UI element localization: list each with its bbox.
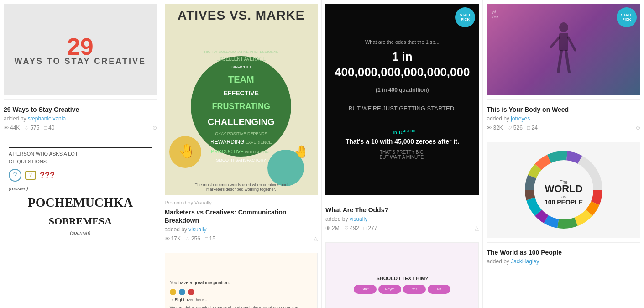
svg-point-0 bbox=[559, 22, 568, 32]
card-image-marketers[interactable]: ATIVES VS. MARKE HIGHLY COLLABORATIVE PR… bbox=[165, 4, 318, 195]
card-author-29ways[interactable]: stephanieivania bbox=[28, 115, 66, 122]
comment-icon-m: □ bbox=[205, 236, 208, 241]
views-count-o: 2M bbox=[332, 225, 340, 231]
comments-count-o: 277 bbox=[368, 225, 377, 231]
card-stats-marketers: 👁 17K ♡ 256 □ 15 △ bbox=[165, 235, 318, 242]
card-odds: STAFFPICK What are the odds that the 1 s… bbox=[325, 4, 479, 231]
card-author-marketers[interactable]: visually bbox=[188, 226, 206, 233]
card-author-weed[interactable]: jotreyes bbox=[511, 115, 530, 122]
card-meta-marketers: added by visually bbox=[165, 226, 318, 233]
views-count-w: 32K bbox=[493, 125, 503, 131]
card-procrastinator: You have a great imagination. → Right ov… bbox=[165, 253, 318, 308]
card-should-i-text: SHOULD I TEXT HIM? Start Maybe Yes No bbox=[325, 242, 479, 308]
staff-pick-badge-weed: STAFFPICK bbox=[617, 7, 637, 27]
eye-icon-w: 👁 bbox=[487, 125, 492, 131]
card-stats-weed: 👁 32K ♡ 526 □ 24 ⊙ bbox=[487, 125, 640, 131]
likes-stat-o: ♡ 492 bbox=[344, 225, 359, 231]
views-stat: 👁 44K bbox=[4, 125, 20, 131]
card-image-procrastinator[interactable]: You have a great imagination. → Right ov… bbox=[165, 253, 318, 308]
card-pochemuchka: A PERSON WHO ASKS A LOTOF QUESTIONS. ? ?… bbox=[4, 142, 157, 242]
likes-count-o: 492 bbox=[350, 225, 359, 231]
card-title-world[interactable]: The World as 100 People bbox=[487, 248, 640, 256]
likes-count-w: 526 bbox=[513, 125, 523, 131]
card-image-weed[interactable]: STAFFPICK thithe bbox=[487, 4, 640, 95]
comments-stat-o: □ 277 bbox=[364, 225, 377, 231]
eye-icon-o: 👁 bbox=[325, 225, 330, 231]
heart-icon-o: ♡ bbox=[344, 225, 349, 231]
views-stat-w: 👁 32K bbox=[487, 125, 503, 131]
comment-icon-w: □ bbox=[527, 125, 530, 131]
likes-count-m: 256 bbox=[191, 235, 200, 242]
card-image-world[interactable]: The WORLD as 100 PEOPLE bbox=[487, 142, 640, 238]
heart-icon-m: ♡ bbox=[185, 236, 190, 242]
card-title-marketers[interactable]: Marketers vs Creatives: Communication Br… bbox=[165, 208, 318, 224]
svg-line-2 bbox=[558, 51, 561, 72]
comments-count: 40 bbox=[48, 125, 54, 131]
card-title-29ways[interactable]: 29 Ways to Stay Creative bbox=[4, 105, 157, 114]
staff-pick-badge-odds: STAFFPICK bbox=[455, 7, 475, 27]
column-2: ATIVES VS. MARKE HIGHLY COLLABORATIVE PR… bbox=[161, 0, 322, 308]
card-stats-odds: 👁 2M ♡ 492 □ 277 △ bbox=[325, 225, 479, 231]
comments-stat-w: □ 24 bbox=[527, 125, 538, 131]
comments-count-m: 15 bbox=[209, 235, 215, 242]
column-4: STAFFPICK thithe bbox=[483, 0, 644, 308]
svg-line-4 bbox=[551, 37, 559, 47]
likes-stat-w: ♡ 526 bbox=[508, 125, 523, 131]
views-count-m: 17K bbox=[171, 235, 181, 242]
svg-rect-1 bbox=[559, 33, 568, 51]
card-world: The WORLD as 100 PEOPLE The World as 100… bbox=[487, 142, 640, 265]
svg-text:100 PEOPLE: 100 PEOPLE bbox=[545, 198, 583, 206]
eye-icon: 👁 bbox=[4, 125, 9, 131]
comment-icon: □ bbox=[44, 125, 47, 131]
eye-icon-m: 👁 bbox=[165, 236, 170, 241]
column-1: 29 WAYS TO STAY CREATIVE 29 Ways to Stay… bbox=[0, 0, 161, 308]
svg-line-5 bbox=[568, 37, 575, 50]
weed-figure-svg bbox=[550, 22, 577, 77]
comments-count-w: 24 bbox=[532, 125, 538, 131]
card-title-odds[interactable]: What Are The Odds? bbox=[325, 206, 479, 214]
comments-stat-m: □ 15 bbox=[205, 235, 215, 242]
svg-text:WORLD: WORLD bbox=[545, 183, 582, 194]
card-meta-world: added by JackHagley bbox=[487, 258, 640, 265]
heart-icon-w: ♡ bbox=[508, 125, 512, 131]
card-weed: STAFFPICK thithe bbox=[487, 4, 640, 131]
likes-stat-m: ♡ 256 bbox=[185, 235, 200, 242]
card-author-odds[interactable]: visually bbox=[350, 216, 367, 222]
comments-stat: □ 40 bbox=[44, 125, 54, 131]
card-title-weed[interactable]: This is Your Body on Weed bbox=[487, 105, 640, 114]
more-button[interactable]: ⊙ bbox=[152, 125, 157, 131]
views-count: 44K bbox=[10, 125, 20, 131]
card-marketers: ATIVES VS. MARKE HIGHLY COLLABORATIVE PR… bbox=[165, 4, 318, 242]
card-29ways: 29 WAYS TO STAY CREATIVE 29 Ways to Stay… bbox=[4, 4, 157, 131]
world-ring-svg: The WORLD as 100 PEOPLE bbox=[525, 151, 602, 229]
card-image-pochemuchka[interactable]: A PERSON WHO ASKS A LOTOF QUESTIONS. ? ?… bbox=[4, 142, 157, 242]
svg-line-3 bbox=[566, 51, 569, 72]
card-author-world[interactable]: JackHagley bbox=[511, 258, 539, 265]
card-meta-weed: added by jotreyes bbox=[487, 115, 640, 122]
views-stat-o: 👁 2M bbox=[325, 225, 340, 231]
card-image-odds[interactable]: STAFFPICK What are the odds that the 1 s… bbox=[325, 4, 479, 195]
content-grid: 29 WAYS TO STAY CREATIVE 29 Ways to Stay… bbox=[0, 0, 644, 308]
more-button-w[interactable]: ⊙ bbox=[636, 125, 640, 131]
comment-icon-o: □ bbox=[364, 225, 367, 231]
promoted-label: Promoted by Visually bbox=[165, 200, 318, 205]
card-meta-29ways: added by stephanieivania bbox=[4, 115, 157, 122]
likes-stat: ♡ 575 bbox=[24, 125, 39, 131]
more-button-o[interactable]: △ bbox=[475, 225, 479, 231]
more-button-m[interactable]: △ bbox=[314, 235, 318, 242]
column-3: STAFFPICK What are the odds that the 1 s… bbox=[322, 0, 483, 308]
card-image-29ways[interactable]: 29 WAYS TO STAY CREATIVE bbox=[4, 4, 157, 95]
heart-icon: ♡ bbox=[24, 125, 29, 131]
views-stat-m: 👁 17K bbox=[165, 235, 181, 242]
card-image-should-i-text[interactable]: SHOULD I TEXT HIM? Start Maybe Yes No bbox=[325, 242, 479, 308]
card-meta-odds: added by visually bbox=[325, 216, 479, 222]
likes-count: 575 bbox=[30, 125, 39, 131]
card-stats-29ways: 👁 44K ♡ 575 □ 40 ⊙ bbox=[4, 125, 157, 131]
